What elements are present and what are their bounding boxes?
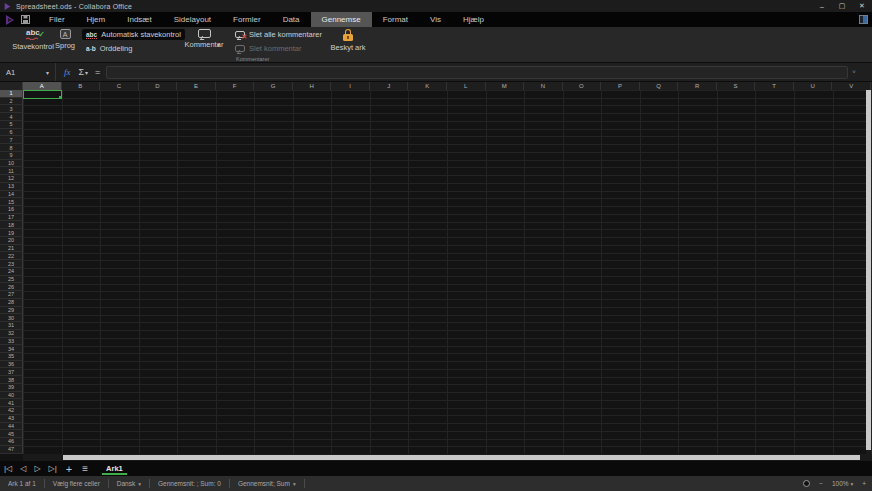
save-icon[interactable] bbox=[21, 15, 30, 24]
row-header-12[interactable]: 12 bbox=[0, 175, 23, 183]
row-header-29[interactable]: 29 bbox=[0, 307, 23, 315]
menu-item-indsæt[interactable]: Indsæt bbox=[116, 12, 162, 27]
delete-comment-button[interactable]: Slet kommentar bbox=[231, 43, 306, 54]
sidebar-toggle-icon[interactable] bbox=[859, 15, 868, 24]
horizontal-scrollbar-thumb[interactable] bbox=[63, 455, 860, 460]
row-header-25[interactable]: 25 bbox=[0, 276, 23, 284]
row-header-46[interactable]: 46 bbox=[0, 438, 23, 446]
add-sheet-icon[interactable]: + bbox=[61, 463, 77, 475]
row-header-18[interactable]: 18 bbox=[0, 221, 23, 229]
column-headers: ABCDEFGHIJKLMNOPQRSTUV bbox=[0, 81, 872, 90]
stats-selector[interactable]: Gennemsnit; Sum▾ bbox=[230, 480, 304, 487]
row-header-17[interactable]: 17 bbox=[0, 214, 23, 222]
close-button[interactable]: ✕ bbox=[852, 0, 872, 12]
delete-all-comments-button[interactable]: ✕ Slet alle kommentarer bbox=[231, 29, 326, 40]
previous-sheet-icon[interactable]: ◁ bbox=[16, 464, 30, 473]
row-header-28[interactable]: 28 bbox=[0, 299, 23, 307]
row-header-47[interactable]: 47 bbox=[0, 446, 23, 454]
row-header-15[interactable]: 15 bbox=[0, 198, 23, 206]
row-header-11[interactable]: 11 bbox=[0, 167, 23, 175]
row-header-16[interactable]: 16 bbox=[0, 206, 23, 214]
row-header-31[interactable]: 31 bbox=[0, 322, 23, 330]
row-header-1[interactable]: 1 bbox=[0, 90, 23, 98]
horizontal-scrollbar[interactable] bbox=[23, 454, 872, 461]
menu-item-vis[interactable]: Vis bbox=[419, 12, 452, 27]
language-status[interactable]: Dansk▾ bbox=[109, 480, 149, 487]
row-header-43[interactable]: 43 bbox=[0, 415, 23, 423]
menu-item-data[interactable]: Data bbox=[272, 12, 311, 27]
row-header-38[interactable]: 38 bbox=[0, 376, 23, 384]
row-header-21[interactable]: 21 bbox=[0, 245, 23, 253]
row-header-10[interactable]: 10 bbox=[0, 160, 23, 168]
comment-dropdown-icon[interactable]: ▾ bbox=[217, 41, 220, 48]
formula-icon[interactable]: = bbox=[95, 67, 100, 77]
row-header-39[interactable]: 39 bbox=[0, 384, 23, 392]
menu-item-gennemse[interactable]: Gennemse bbox=[311, 12, 372, 27]
zoom-fit-icon[interactable] bbox=[803, 480, 810, 487]
row-header-40[interactable]: 40 bbox=[0, 392, 23, 400]
row-header-6[interactable]: 6 bbox=[0, 129, 23, 137]
row-header-32[interactable]: 32 bbox=[0, 330, 23, 338]
row-header-44[interactable]: 44 bbox=[0, 423, 23, 431]
row-header-24[interactable]: 24 bbox=[0, 268, 23, 276]
selection-mode-status[interactable]: Vælg flere celler bbox=[45, 480, 108, 487]
row-header-22[interactable]: 22 bbox=[0, 252, 23, 260]
row-header-42[interactable]: 42 bbox=[0, 407, 23, 415]
menu-item-sidelayout[interactable]: Sidelayout bbox=[163, 12, 222, 27]
zoom-out-button[interactable]: − bbox=[819, 480, 823, 487]
row-header-37[interactable]: 37 bbox=[0, 368, 23, 376]
menu-item-formler[interactable]: Formler bbox=[222, 12, 272, 27]
sheet-tab-ark1[interactable]: Ark1 bbox=[102, 463, 127, 475]
function-wizard-icon[interactable]: fx bbox=[64, 67, 71, 77]
zoom-level[interactable]: 100% ▾ bbox=[832, 480, 853, 487]
minimize-button[interactable]: – bbox=[812, 0, 832, 12]
auto-spellcheck-button[interactable]: abc Automatisk stavekontrol bbox=[82, 29, 185, 40]
name-box[interactable]: A1 ▾ bbox=[0, 63, 56, 81]
delete-comment-label: Slet kommentar bbox=[249, 44, 302, 53]
vertical-scrollbar[interactable] bbox=[866, 90, 871, 454]
row-header-4[interactable]: 4 bbox=[0, 113, 23, 121]
row-header-5[interactable]: 5 bbox=[0, 121, 23, 129]
row-header-26[interactable]: 26 bbox=[0, 283, 23, 291]
row-header-41[interactable]: 41 bbox=[0, 399, 23, 407]
maximize-button[interactable]: ▢ bbox=[832, 0, 852, 12]
first-sheet-icon[interactable]: |◁ bbox=[0, 464, 16, 473]
menu-item-format[interactable]: Format bbox=[372, 12, 419, 27]
row-header-14[interactable]: 14 bbox=[0, 191, 23, 199]
row-header-7[interactable]: 7 bbox=[0, 136, 23, 144]
row-header-27[interactable]: 27 bbox=[0, 291, 23, 299]
spreadsheet-grid[interactable] bbox=[23, 90, 872, 454]
row-header-9[interactable]: 9 bbox=[0, 152, 23, 160]
sum-icon[interactable]: Σ▾ bbox=[79, 67, 89, 77]
row-header-20[interactable]: 20 bbox=[0, 237, 23, 245]
last-sheet-icon[interactable]: ▷| bbox=[45, 464, 61, 473]
name-box-dropdown-icon[interactable]: ▾ bbox=[46, 69, 49, 76]
protect-sheet-button[interactable]: Beskyt ark bbox=[325, 29, 371, 52]
menu-item-hjem[interactable]: Hjem bbox=[76, 12, 117, 27]
menu-item-hjælp[interactable]: Hjælp bbox=[452, 12, 495, 27]
row-header-33[interactable]: 33 bbox=[0, 338, 23, 346]
row-header-2[interactable]: 2 bbox=[0, 98, 23, 106]
vertical-scrollbar-thumb[interactable] bbox=[866, 90, 871, 450]
language-button[interactable]: A Sprog bbox=[50, 29, 80, 50]
hyphenation-button[interactable]: a-b Orddeling bbox=[82, 43, 136, 54]
sheet-count-status[interactable]: Ark 1 af 1 bbox=[0, 480, 44, 487]
formula-bar-expand-icon[interactable]: ˅ bbox=[852, 69, 856, 75]
row-header-19[interactable]: 19 bbox=[0, 229, 23, 237]
stats-status[interactable]: Gennemsnit: ; Sum: 0 bbox=[150, 480, 229, 487]
row-header-23[interactable]: 23 bbox=[0, 260, 23, 268]
formula-input[interactable] bbox=[106, 66, 848, 79]
selection-fill-handle[interactable] bbox=[59, 96, 62, 99]
zoom-in-button[interactable]: + bbox=[862, 480, 866, 487]
menu-item-filer[interactable]: Filer bbox=[38, 12, 76, 27]
row-header-35[interactable]: 35 bbox=[0, 353, 23, 361]
row-header-13[interactable]: 13 bbox=[0, 183, 23, 191]
row-header-8[interactable]: 8 bbox=[0, 144, 23, 152]
row-header-45[interactable]: 45 bbox=[0, 430, 23, 438]
row-header-36[interactable]: 36 bbox=[0, 361, 23, 369]
row-header-30[interactable]: 30 bbox=[0, 314, 23, 322]
row-header-3[interactable]: 3 bbox=[0, 105, 23, 113]
row-header-34[interactable]: 34 bbox=[0, 345, 23, 353]
next-sheet-icon[interactable]: ▷ bbox=[30, 464, 44, 473]
sheet-menu-icon[interactable]: ≡ bbox=[77, 463, 92, 474]
